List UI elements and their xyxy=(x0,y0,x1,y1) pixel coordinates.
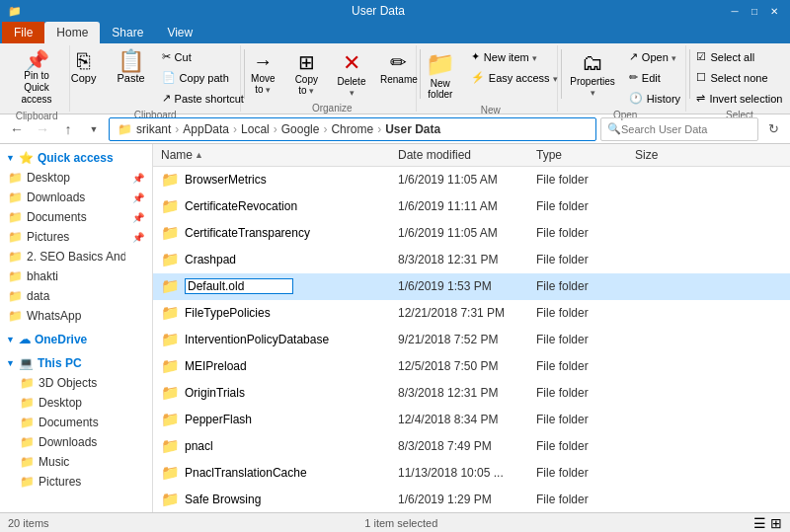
file-name-cell: 📁Safe Browsing xyxy=(153,489,390,510)
close-button[interactable]: ✕ xyxy=(766,3,782,19)
ribbon-group-pin: 📌 Pin to Quickaccess Clipboard xyxy=(4,45,70,112)
table-row[interactable]: 📁Crashpad 8/3/2018 12:31 PM File folder xyxy=(153,247,790,273)
path-crumb-2[interactable]: AppData xyxy=(183,122,229,136)
new-folder-button[interactable]: 📁 Newfolder xyxy=(419,47,462,103)
path-crumb-1[interactable]: srikant xyxy=(136,122,171,136)
file-date-cell: 1/6/2019 11:05 AM xyxy=(390,171,528,189)
table-row[interactable]: 📁CertificateTransparency 1/6/2019 11:05 … xyxy=(153,220,790,247)
table-row[interactable]: 📁MEIPreload 12/5/2018 7:50 PM File folde… xyxy=(153,353,790,380)
item-count: 20 items xyxy=(8,517,49,529)
table-row[interactable]: 📁OriginTrials 8/3/2018 12:31 PM File fol… xyxy=(153,380,790,407)
tab-share[interactable]: Share xyxy=(100,22,155,43)
sidebar-item-data[interactable]: 📁 data xyxy=(0,286,152,306)
recent-locations-button[interactable]: ▼ xyxy=(83,118,105,140)
sidebar-item-desktop[interactable]: 📁 Desktop 📌 xyxy=(0,168,152,188)
forward-button[interactable]: → xyxy=(32,118,53,140)
sidebar-item-desktop-pc[interactable]: 📁 Desktop xyxy=(0,393,152,413)
properties-button[interactable]: 🗂 Properties ▾ xyxy=(565,47,620,101)
delete-button[interactable]: ✕ Delete ▾ xyxy=(330,47,372,101)
sidebar-item-bhakti[interactable]: 📁 bhakti xyxy=(0,266,152,286)
sidebar-item-pictures-pc[interactable]: 📁 Pictures xyxy=(0,472,152,492)
new-folder-icon: 📁 xyxy=(426,50,455,78)
file-name-cell: 📁InterventionPolicyDatabase xyxy=(153,329,390,350)
copy-button[interactable]: ⎘ Copy xyxy=(62,47,106,87)
file-name-cell: 📁CertificateRevocation xyxy=(153,195,390,217)
search-input[interactable] xyxy=(621,123,740,135)
cut-button[interactable]: ✂ Cut xyxy=(157,47,249,66)
sidebar-item-3dobjects[interactable]: 📁 3D Objects xyxy=(0,373,152,393)
path-crumb-3[interactable]: Local xyxy=(241,122,270,136)
file-name-text: PnaclTranslationCache xyxy=(185,466,307,480)
open-icon: ↗ xyxy=(629,50,638,63)
col-type-header[interactable]: Type xyxy=(528,146,627,164)
paste-shortcut-button[interactable]: ↗ Paste shortcut xyxy=(157,89,249,108)
rename-button[interactable]: ✏ Rename xyxy=(377,47,421,88)
pin-quick-access-button[interactable]: 📌 Pin to Quickaccess xyxy=(10,47,63,109)
thispc-header[interactable]: ▼ 💻 This PC xyxy=(0,353,152,373)
col-date-header[interactable]: Date modified xyxy=(390,146,528,164)
back-button[interactable]: ← xyxy=(6,118,28,140)
tab-view[interactable]: View xyxy=(155,22,204,43)
sidebar-item-whatsapp[interactable]: 📁 WhatsApp xyxy=(0,306,152,326)
history-button[interactable]: 🕐 History xyxy=(624,89,685,108)
folder-icon: 📁 xyxy=(8,309,23,323)
folder-icon: 📁 xyxy=(20,475,35,489)
grid-view-button[interactable]: ⊞ xyxy=(770,515,782,531)
file-name-text: FileTypePolicies xyxy=(185,306,271,320)
list-view-button[interactable]: ☰ xyxy=(753,515,766,531)
sidebar-item-music[interactable]: 📁 Music xyxy=(0,452,152,472)
minimize-button[interactable]: ─ xyxy=(727,3,743,19)
table-row[interactable]: 📁FileTypePolicies 12/21/2018 7:31 PM Fil… xyxy=(153,300,790,327)
copy-to-button[interactable]: ⊞ Copyto ▾ xyxy=(286,47,326,99)
address-path[interactable]: 📁 srikant › AppData › Local › Google › C… xyxy=(109,117,596,141)
table-row[interactable]: 📁 1/6/2019 1:53 PM File folder xyxy=(153,273,790,300)
rename-input[interactable] xyxy=(185,278,293,294)
edit-button[interactable]: ✏ Edit xyxy=(624,68,685,87)
table-row[interactable]: 📁CertificateRevocation 1/6/2019 11:11 AM… xyxy=(153,193,790,220)
sidebar-item-downloads[interactable]: 📁 Downloads 📌 xyxy=(0,188,152,207)
col-size-header[interactable]: Size xyxy=(627,146,706,164)
move-to-button[interactable]: → Moveto ▾ xyxy=(243,47,282,98)
table-row[interactable]: 📁InterventionPolicyDatabase 9/21/2018 7:… xyxy=(153,327,790,353)
sidebar-item-pictures[interactable]: 📁 Pictures 📌 xyxy=(0,227,152,247)
folder-icon: 📁 xyxy=(161,304,180,322)
path-crumb-5[interactable]: Chrome xyxy=(331,122,373,136)
search-box[interactable]: 🔍 xyxy=(600,117,758,141)
file-date-cell: 8/3/2018 12:31 PM xyxy=(390,384,528,402)
path-crumb-4[interactable]: Google xyxy=(281,122,320,136)
select-all-button[interactable]: ☑ Select all xyxy=(691,47,759,66)
table-row[interactable]: 📁BrowserMetrics 1/6/2019 11:05 AM File f… xyxy=(153,167,790,193)
sidebar-item-seo[interactable]: 📁 2. SEO Basics And Ir xyxy=(0,247,152,266)
file-date-cell: 1/6/2019 1:53 PM xyxy=(390,277,528,295)
onedrive-header[interactable]: ▼ ☁ OneDrive xyxy=(0,330,152,349)
easy-access-button[interactable]: ⚡ Easy access ▾ xyxy=(466,68,563,87)
sidebar-item-downloads-pc[interactable]: 📁 Downloads xyxy=(0,432,152,452)
quick-access-header[interactable]: ▼ ⭐ Quick access xyxy=(0,148,152,168)
paste-icon: 📋 xyxy=(118,50,144,72)
tab-home[interactable]: Home xyxy=(44,22,100,43)
refresh-button[interactable]: ↻ xyxy=(762,118,784,140)
up-button[interactable]: ↑ xyxy=(57,118,79,140)
file-name-text: Crashpad xyxy=(185,253,236,266)
file-date-cell: 9/21/2018 7:52 PM xyxy=(390,331,528,348)
table-row[interactable]: 📁PepperFlash 12/4/2018 8:34 PM File fold… xyxy=(153,407,790,433)
sidebar-item-documents[interactable]: 📁 Documents 📌 xyxy=(0,207,152,227)
paste-button[interactable]: 📋 Paste xyxy=(110,47,153,87)
open-button[interactable]: ↗ Open ▾ xyxy=(624,47,685,66)
maximize-button[interactable]: □ xyxy=(747,3,762,19)
organize-label: Organize xyxy=(312,101,353,114)
new-item-button[interactable]: ✦ New item ▾ xyxy=(466,47,563,66)
pin-icon: 📌 xyxy=(132,212,144,223)
table-row[interactable]: 📁Safe Browsing 1/6/2019 1:29 PM File fol… xyxy=(153,487,790,512)
file-name-cell: 📁pnacl xyxy=(153,435,390,457)
select-none-button[interactable]: ☐ Select none xyxy=(691,68,772,87)
invert-selection-button[interactable]: ⇌ Invert selection xyxy=(691,89,787,108)
col-name-header[interactable]: Name ▲ xyxy=(153,146,390,164)
tab-file[interactable]: File xyxy=(2,22,44,43)
path-crumb-6[interactable]: User Data xyxy=(385,122,440,136)
sidebar-item-documents-pc[interactable]: 📁 Documents xyxy=(0,413,152,432)
table-row[interactable]: 📁pnacl 8/3/2018 7:49 PM File folder xyxy=(153,433,790,460)
quick-access-pin-icon: ⭐ xyxy=(19,151,34,165)
copy-path-button[interactable]: 📄 Copy path xyxy=(157,68,249,87)
table-row[interactable]: 📁PnaclTranslationCache 11/13/2018 10:05 … xyxy=(153,460,790,487)
